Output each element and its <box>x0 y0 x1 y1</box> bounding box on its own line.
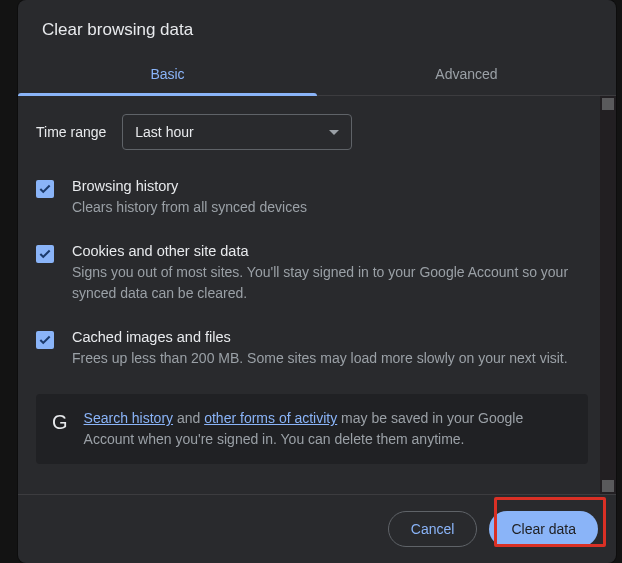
option-cookies: Cookies and other site data Signs you ou… <box>36 243 588 303</box>
option-body: Browsing history Clears history from all… <box>72 178 588 217</box>
content-scroll: Time range Last hour Browsing history Cl… <box>18 96 600 494</box>
option-body: Cached images and files Frees up less th… <box>72 329 588 368</box>
option-title: Cached images and files <box>72 329 588 345</box>
content-area: Time range Last hour Browsing history Cl… <box>18 96 616 494</box>
other-activity-link[interactable]: other forms of activity <box>204 410 337 426</box>
option-browsing-history: Browsing history Clears history from all… <box>36 178 588 217</box>
tab-label: Advanced <box>435 66 497 82</box>
button-label: Clear data <box>511 521 576 537</box>
dialog-title: Clear browsing data <box>18 0 616 54</box>
time-range-value: Last hour <box>135 124 193 140</box>
dialog-footer: Cancel Clear data <box>18 494 616 563</box>
time-range-row: Time range Last hour <box>36 114 588 150</box>
chevron-down-icon <box>329 130 339 135</box>
checkbox-cache[interactable] <box>36 331 54 349</box>
tab-advanced[interactable]: Advanced <box>317 54 616 95</box>
search-history-link[interactable]: Search history <box>84 410 173 426</box>
tab-basic[interactable]: Basic <box>18 54 317 95</box>
option-desc: Frees up less than 200 MB. Some sites ma… <box>72 348 588 368</box>
clear-data-button[interactable]: Clear data <box>489 511 598 547</box>
notice-text: Search history and other forms of activi… <box>84 408 572 450</box>
scroll-down-icon[interactable] <box>602 480 614 492</box>
option-body: Cookies and other site data Signs you ou… <box>72 243 588 303</box>
option-title: Browsing history <box>72 178 588 194</box>
check-icon <box>38 333 52 347</box>
checkbox-cookies[interactable] <box>36 245 54 263</box>
option-title: Cookies and other site data <box>72 243 588 259</box>
tab-label: Basic <box>150 66 184 82</box>
check-icon <box>38 182 52 196</box>
google-icon: G <box>52 408 68 432</box>
cancel-button[interactable]: Cancel <box>388 511 478 547</box>
option-cache: Cached images and files Frees up less th… <box>36 329 588 368</box>
scroll-up-icon[interactable] <box>602 98 614 110</box>
clear-browsing-data-dialog: Clear browsing data Basic Advanced Time … <box>18 0 616 563</box>
tabs: Basic Advanced <box>18 54 616 96</box>
scrollbar[interactable] <box>600 96 616 494</box>
google-account-notice: G Search history and other forms of acti… <box>36 394 588 464</box>
option-desc: Clears history from all synced devices <box>72 197 588 217</box>
checkbox-browsing-history[interactable] <box>36 180 54 198</box>
button-label: Cancel <box>411 521 455 537</box>
time-range-select[interactable]: Last hour <box>122 114 352 150</box>
option-desc: Signs you out of most sites. You'll stay… <box>72 262 588 303</box>
time-range-label: Time range <box>36 124 106 140</box>
notice-text-part: and <box>173 410 204 426</box>
check-icon <box>38 247 52 261</box>
